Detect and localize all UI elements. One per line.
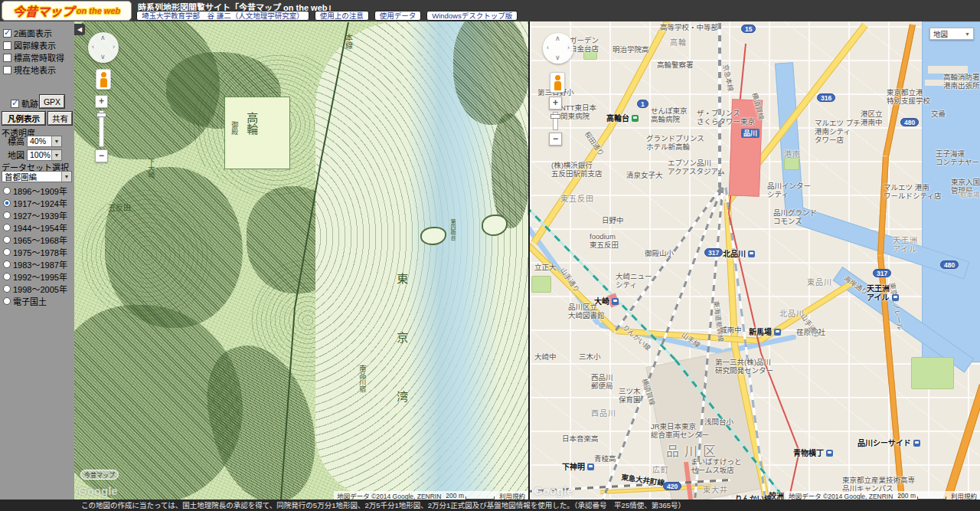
zoom-in-button[interactable]: +: [95, 95, 108, 108]
zoom-slider[interactable]: [99, 110, 104, 147]
pegman-control[interactable]: [550, 72, 565, 93]
zoom-slider[interactable]: [553, 112, 558, 130]
zoom-out-button[interactable]: −: [95, 149, 108, 162]
terms-link[interactable]: 利用規約: [499, 491, 525, 500]
radio-button[interactable]: [3, 260, 11, 268]
radio-button[interactable]: [3, 187, 11, 195]
train-station-icon: [826, 450, 833, 457]
map-label: 広町: [652, 466, 669, 475]
period-radio-row[interactable]: 1998～2005年: [3, 283, 67, 294]
period-radio-row[interactable]: 1965～1968年: [3, 234, 67, 245]
radio-button[interactable]: [3, 285, 11, 293]
pan-up-icon[interactable]: ∧: [555, 35, 560, 42]
period-radio-row[interactable]: 1992～1995年: [3, 271, 67, 282]
checkbox-label: 2画面表示: [14, 27, 52, 39]
map-label: 317: [704, 248, 723, 257]
pan-up-icon[interactable]: ∧: [100, 34, 106, 41]
nav-button[interactable]: 使用データ: [374, 11, 422, 21]
map-label: エプソン品川アクアスタジアム: [668, 159, 725, 176]
chevron-down-icon[interactable]: ▼: [51, 136, 61, 146]
license-text: この地図の作成に当たっては、国土地理院長の承認を得て、同院発行の5万分1地形図、…: [81, 501, 685, 509]
checkbox-row[interactable]: ✓現在地表示: [3, 64, 56, 75]
track-checkbox[interactable]: ✓: [11, 100, 19, 108]
site-logo[interactable]: 今昔マップ on the web: [2, 1, 132, 21]
period-label: 1944～1954年: [13, 221, 67, 234]
map-label: 山手通り: [559, 267, 581, 293]
map-label: 第一三共(株)品川研究開発センター: [715, 359, 773, 375]
elevation-value: 40%: [30, 136, 46, 146]
map-label: 五反田: [108, 204, 131, 213]
zoom-slider-handle[interactable]: [550, 114, 560, 119]
period-radio-row[interactable]: 1975～1978年: [3, 247, 67, 257]
pan-control[interactable]: ∧ ∨ ‹ ›: [88, 32, 119, 63]
period-radio-row[interactable]: 1944～1954年: [3, 222, 67, 233]
pan-down-icon[interactable]: ∨: [555, 54, 560, 61]
map-opacity-row: 地図 100% ▼: [8, 149, 62, 161]
map-label: 下大崎: [147, 158, 155, 179]
checkbox-row[interactable]: ✓図郭線表示: [3, 40, 56, 51]
map-label: 品川インターシティ: [767, 182, 811, 199]
checkbox[interactable]: ✓: [3, 54, 11, 62]
radio-button[interactable]: [3, 297, 11, 305]
chevron-down-icon[interactable]: ▼: [965, 31, 970, 37]
checkbox-row[interactable]: ✓標高常時取得: [3, 52, 64, 63]
period-label: 1983～1987年: [13, 258, 67, 270]
map-label: 駐車場: [960, 192, 980, 199]
train-station-icon: [774, 329, 781, 336]
pan-left-icon[interactable]: ‹: [547, 44, 549, 51]
period-radio-row[interactable]: 1983～1987年: [3, 259, 67, 270]
nav-button[interactable]: Windowsデスクトップ版: [426, 11, 518, 21]
radio-button[interactable]: [3, 211, 11, 219]
checkbox-row[interactable]: ✓2画面表示: [3, 28, 52, 38]
map-label: 桜田通り: [583, 130, 606, 157]
chevron-down-icon[interactable]: ▼: [51, 150, 61, 160]
checkbox[interactable]: ✓: [3, 66, 11, 74]
terms-link[interactable]: 利用規約: [951, 491, 977, 500]
checkbox[interactable]: ✓: [3, 29, 11, 38]
period-radio-row[interactable]: 1896～1909年: [3, 185, 67, 196]
zoom-slider-handle[interactable]: [96, 113, 106, 117]
radio-button[interactable]: [3, 273, 11, 280]
pan-left-icon[interactable]: ‹: [92, 44, 94, 51]
period-radio-row[interactable]: 1927～1939年: [3, 210, 67, 221]
zoom-out-button[interactable]: −: [549, 133, 562, 146]
radio-button[interactable]: [3, 224, 11, 231]
elevation-opacity-select[interactable]: 40% ▼: [27, 136, 62, 147]
nav-button[interactable]: 使用上の注意: [315, 11, 369, 21]
map-label: りんかい線: [735, 495, 772, 500]
radio-button[interactable]: [3, 248, 11, 256]
map-type-select[interactable]: 地図 ▼: [929, 28, 974, 40]
dataset-select[interactable]: 首都圏編 ▼: [2, 171, 72, 182]
map-opacity-select[interactable]: 100% ▼: [27, 149, 62, 161]
nav-button[interactable]: 埼玉大学教育学部 谷 謙二（人文地理学研究室）: [136, 11, 309, 21]
old-map-panel[interactable]: 高輪御殿本線下大崎五反田東京湾第四砲台南品川宿 ◀ ∧ ∨ ‹ › + − 今昔…: [74, 21, 528, 500]
attribution-text: 地図データ ©2014 Google, ZENRIN: [337, 491, 441, 500]
train-station-icon: [892, 294, 899, 301]
radio-button[interactable]: [3, 199, 11, 207]
map-label: 御殿山小: [645, 250, 674, 258]
map-opacity-value: 100%: [30, 150, 51, 159]
pan-down-icon[interactable]: ∨: [100, 54, 106, 61]
footer-bar: この地図の作成に当たっては、国土地理院長の承認を得て、同院発行の5万分1地形図、…: [0, 500, 980, 511]
map-label: 天王洲アイル: [893, 236, 918, 254]
checkbox[interactable]: ✓: [3, 41, 11, 50]
sidebar-collapse-button[interactable]: ◀: [74, 24, 85, 35]
period-label: 1927～1939年: [13, 209, 67, 221]
map-label: 城南中: [720, 326, 742, 335]
zoom-in-button[interactable]: +: [549, 97, 562, 110]
period-radio-row[interactable]: 電子国土: [3, 296, 47, 306]
scale-text: 200 m: [446, 492, 464, 500]
legend-button[interactable]: 凡例表示: [2, 112, 45, 125]
period-radio-row[interactable]: 1917～1924年: [3, 198, 67, 208]
chevron-down-icon[interactable]: ▼: [61, 172, 71, 182]
map-label: 高輪警察署: [657, 61, 694, 70]
pan-right-icon[interactable]: ›: [567, 44, 570, 51]
pan-control[interactable]: ∧ ∨ ‹ ›: [543, 33, 573, 64]
checkbox-label: 標高常時取得: [14, 51, 64, 64]
pegman-control[interactable]: [96, 69, 111, 90]
share-button[interactable]: 共有: [48, 112, 72, 125]
new-map-panel[interactable]: 高等学校・中等部高輪明治学院高ガーデン白金台店高輪警察署第三日野小NTT東日本関…: [528, 21, 980, 500]
gpx-button[interactable]: GPX: [40, 95, 64, 108]
pan-right-icon[interactable]: ›: [113, 44, 115, 51]
radio-button[interactable]: [3, 236, 11, 244]
